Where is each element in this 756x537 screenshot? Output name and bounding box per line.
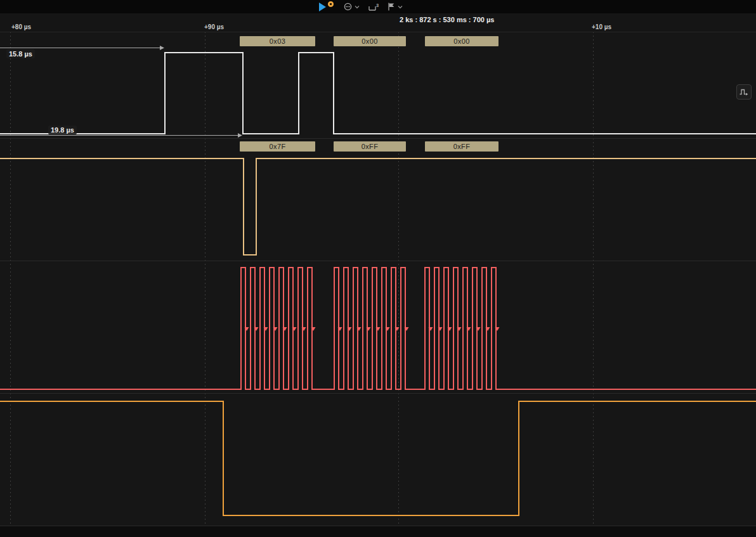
- top-bar: 3: [0, 0, 756, 13]
- flag-icon: [387, 2, 396, 11]
- timing-markers-button[interactable]: 3: [368, 2, 379, 11]
- annotation-bubble[interactable]: 0xFF: [334, 141, 406, 152]
- bottom-status-bar: [0, 526, 756, 537]
- chevron-down-icon: [355, 5, 360, 9]
- absolute-timestamp: 2 ks : 872 s : 530 ms : 700 µs: [400, 16, 494, 23]
- edge-navigation-button[interactable]: [736, 84, 752, 100]
- channel-3-trace: [0, 401, 756, 515]
- toolbar: 3: [308, 0, 403, 13]
- measurement-label[interactable]: 19.8 µs: [48, 126, 77, 134]
- annotations-menu-button[interactable]: [387, 2, 403, 11]
- timeline-offset-label: +80 µs: [11, 23, 31, 30]
- capture-speed-button[interactable]: [343, 2, 360, 11]
- timeline-offset-label: +90 µs: [204, 23, 224, 30]
- waveform-canvas[interactable]: [0, 0, 756, 537]
- annotation-bubble[interactable]: 0x7F: [240, 141, 315, 152]
- gauge-icon: [343, 2, 353, 11]
- chevron-down-icon: [398, 5, 403, 9]
- annotation-bubble[interactable]: 0x03: [240, 36, 315, 46]
- timeline-offset-label: +10 µs: [592, 23, 611, 30]
- annotation-bubble[interactable]: 0x00: [334, 36, 406, 46]
- marker-count-label: 3: [376, 3, 379, 8]
- measurement-label[interactable]: 15.8 µs: [6, 49, 35, 58]
- channel-0-trace: [0, 53, 756, 134]
- annotation-bubble[interactable]: 0xFF: [425, 141, 499, 152]
- notification-badge-icon: [327, 1, 334, 8]
- timeline-ruler[interactable]: 2 ks : 872 s : 530 ms : 700 µs +80 µs+90…: [0, 13, 756, 32]
- play-button[interactable]: [308, 1, 335, 13]
- play-icon: [319, 3, 326, 11]
- annotation-bubble[interactable]: 0x00: [425, 36, 499, 46]
- pulse-arrow-icon: [739, 87, 749, 96]
- channel-1-trace: [0, 159, 756, 255]
